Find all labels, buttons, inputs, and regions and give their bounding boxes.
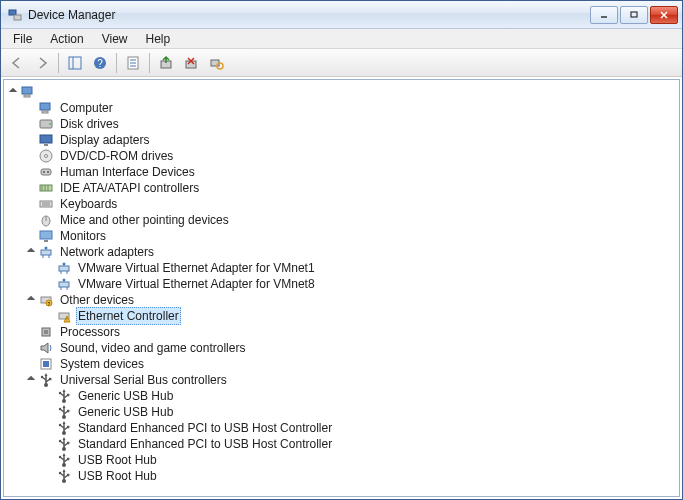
svg-rect-30 xyxy=(41,169,51,175)
tree-node[interactable]: VMware Virtual Ethernet Adapter for VMne… xyxy=(6,260,677,276)
collapse-icon[interactable] xyxy=(6,85,20,99)
other-warn-icon: ! xyxy=(56,308,72,324)
keyboard-icon xyxy=(38,196,54,212)
tree-node-label: Universal Serial Bus controllers xyxy=(58,372,229,388)
tree-root[interactable] xyxy=(6,84,677,100)
menu-view[interactable]: View xyxy=(94,30,136,48)
tree-node-label: DVD/CD-ROM drives xyxy=(58,148,175,164)
tree-node[interactable]: Standard Enhanced PCI to USB Host Contro… xyxy=(6,436,677,452)
tree-node[interactable]: System devices xyxy=(6,356,677,372)
svg-rect-23 xyxy=(42,111,48,113)
network-icon xyxy=(56,260,72,276)
tree-node[interactable]: VMware Virtual Ethernet Adapter for VMne… xyxy=(6,276,677,292)
svg-point-70 xyxy=(41,376,43,378)
tree-node[interactable]: Universal Serial Bus controllers xyxy=(6,372,677,388)
scan-hardware-button[interactable] xyxy=(204,51,228,75)
tree-node[interactable]: Processors xyxy=(6,324,677,340)
menu-action[interactable]: Action xyxy=(42,30,91,48)
tree-node[interactable]: DVD/CD-ROM drives xyxy=(6,148,677,164)
usb-icon xyxy=(56,388,72,404)
svg-point-112 xyxy=(59,472,61,474)
tree-node-label: Standard Enhanced PCI to USB Host Contro… xyxy=(76,420,334,436)
app-icon xyxy=(7,7,23,23)
usb-icon xyxy=(56,420,72,436)
back-button[interactable] xyxy=(5,51,29,75)
tree-node-label: Processors xyxy=(58,324,122,340)
svg-rect-1 xyxy=(14,15,21,20)
show-hide-tree-button[interactable] xyxy=(63,51,87,75)
tree-node-label: Disk drives xyxy=(58,116,121,132)
usb-icon xyxy=(56,468,72,484)
svg-marker-79 xyxy=(63,389,66,392)
tree-node-label: Mice and other pointing devices xyxy=(58,212,231,228)
svg-rect-22 xyxy=(40,103,50,110)
collapse-icon[interactable] xyxy=(24,373,38,387)
tree-node[interactable]: ?Other devices xyxy=(6,292,677,308)
svg-rect-37 xyxy=(40,201,52,207)
device-tree[interactable]: ComputerDisk drivesDisplay adaptersDVD/C… xyxy=(3,79,680,497)
network-icon xyxy=(38,244,54,260)
svg-rect-92 xyxy=(67,426,69,428)
update-driver-button[interactable] xyxy=(154,51,178,75)
menu-help[interactable]: Help xyxy=(138,30,179,48)
tree-node-label: VMware Virtual Ethernet Adapter for VMne… xyxy=(76,276,317,292)
tree-node[interactable]: Sound, video and game controllers xyxy=(6,340,677,356)
tree-node-label: VMware Virtual Ethernet Adapter for VMne… xyxy=(76,260,317,276)
maximize-button[interactable] xyxy=(620,6,648,24)
tree-node[interactable]: USB Root Hub xyxy=(6,452,677,468)
close-button[interactable] xyxy=(650,6,678,24)
tree-node-label: Keyboards xyxy=(58,196,119,212)
disk-icon xyxy=(38,116,54,132)
titlebar[interactable]: Device Manager xyxy=(1,1,682,29)
computer-icon xyxy=(38,100,54,116)
display-icon xyxy=(38,132,54,148)
svg-rect-106 xyxy=(67,458,69,460)
tree-node[interactable]: Monitors xyxy=(6,228,677,244)
collapse-icon[interactable] xyxy=(24,245,38,259)
uninstall-button[interactable] xyxy=(179,51,203,75)
tree-node[interactable]: IDE ATA/ATAPI controllers xyxy=(6,180,677,196)
network-icon xyxy=(56,276,72,292)
svg-marker-114 xyxy=(63,469,66,472)
svg-marker-107 xyxy=(63,453,66,456)
tree-node[interactable]: Network adapters xyxy=(6,244,677,260)
svg-text:?: ? xyxy=(97,58,103,69)
svg-rect-48 xyxy=(59,266,69,271)
forward-button[interactable] xyxy=(30,51,54,75)
tree-node[interactable]: Keyboards xyxy=(6,196,677,212)
svg-rect-6 xyxy=(69,57,81,69)
tree-node[interactable]: !Ethernet Controller xyxy=(6,308,677,324)
tree-node-label: Other devices xyxy=(58,292,136,308)
tree-node[interactable]: Disk drives xyxy=(6,116,677,132)
svg-marker-100 xyxy=(63,437,66,440)
tree-node[interactable]: Generic USB Hub xyxy=(6,388,677,404)
svg-rect-44 xyxy=(41,250,51,255)
tree-node-label: Standard Enhanced PCI to USB Host Contro… xyxy=(76,436,334,452)
tree-node[interactable]: Display adapters xyxy=(6,132,677,148)
tree-node[interactable]: Generic USB Hub xyxy=(6,404,677,420)
svg-rect-52 xyxy=(59,282,69,287)
tree-node-label: Computer xyxy=(58,100,115,116)
other-icon: ? xyxy=(38,292,54,308)
tree-node[interactable]: Computer xyxy=(6,100,677,116)
minimize-button[interactable] xyxy=(590,6,618,24)
tree-node[interactable]: Mice and other pointing devices xyxy=(6,212,677,228)
collapse-icon[interactable] xyxy=(24,293,38,307)
svg-point-55 xyxy=(63,279,66,282)
tree-node[interactable]: Human Interface Devices xyxy=(6,164,677,180)
svg-rect-42 xyxy=(40,231,52,239)
hid-icon xyxy=(38,164,54,180)
tree-node-label: Human Interface Devices xyxy=(58,164,197,180)
dvd-icon xyxy=(38,148,54,164)
toolbar-separator xyxy=(149,53,150,73)
svg-point-84 xyxy=(59,408,61,410)
monitor-icon xyxy=(38,228,54,244)
properties-button[interactable] xyxy=(121,51,145,75)
svg-rect-63 xyxy=(44,330,48,334)
menu-file[interactable]: File xyxy=(5,30,40,48)
device-manager-window: Device Manager File Action View Help xyxy=(0,0,683,500)
menubar: File Action View Help xyxy=(1,29,682,49)
help-button[interactable]: ? xyxy=(88,51,112,75)
tree-node[interactable]: USB Root Hub xyxy=(6,468,677,484)
tree-node[interactable]: Standard Enhanced PCI to USB Host Contro… xyxy=(6,420,677,436)
